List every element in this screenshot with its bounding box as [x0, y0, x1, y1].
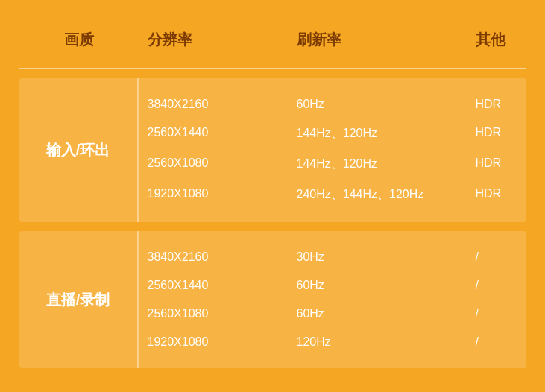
- refresh-cell: 60Hz: [297, 304, 476, 323]
- table-row: 2560X1080 60Hz /: [139, 300, 546, 328]
- refresh-cell: 60Hz: [297, 95, 476, 114]
- other-cell: /: [476, 304, 546, 323]
- res-cell: 1920X1080: [148, 332, 297, 352]
- res-cell: 2560X1440: [148, 123, 297, 145]
- other-cell: HDR: [476, 154, 546, 175]
- refresh-cell: 144Hz、120Hz: [297, 123, 476, 145]
- header-divider: [19, 68, 526, 69]
- refresh-cell: 240Hz、144Hz、120Hz: [297, 184, 476, 206]
- other-cell: HDR: [476, 123, 546, 145]
- res-cell: 2560X1440: [148, 276, 297, 295]
- other-cell: /: [476, 276, 546, 295]
- res-cell: 3840X2160: [148, 95, 297, 114]
- header-resolution: 分辨率: [139, 24, 288, 56]
- section-label-live: 直播/录制: [19, 231, 139, 368]
- header-quality: 画质: [19, 24, 139, 56]
- refresh-cell: 60Hz: [297, 276, 476, 295]
- refresh-cell: 120Hz: [297, 332, 476, 352]
- res-cell: 2560X1080: [148, 304, 297, 323]
- res-cell: 1920X1080: [148, 184, 297, 206]
- section-data-live: 3840X2160 30Hz / 2560X1440 60Hz / 2560X1…: [139, 231, 546, 368]
- table-row: 2560X1440 60Hz /: [139, 271, 546, 300]
- section-label-input: 输入/环出: [19, 78, 139, 222]
- other-cell: HDR: [476, 184, 546, 206]
- header-other: 其他: [467, 24, 546, 56]
- table-row: 3840X2160 60Hz HDR: [139, 90, 546, 118]
- table-row: 2560X1080 144Hz、120Hz HDR: [139, 149, 546, 180]
- table-row: 1920X1080 120Hz /: [139, 328, 546, 356]
- refresh-cell: 144Hz、120Hz: [297, 154, 476, 175]
- res-cell: 3840X2160: [148, 247, 297, 267]
- other-cell: /: [476, 247, 546, 267]
- header-refresh: 刷新率: [288, 24, 467, 56]
- res-cell: 2560X1080: [148, 154, 297, 175]
- table-header: 画质 分辨率 刷新率 其他: [19, 15, 526, 68]
- other-cell: /: [476, 332, 546, 352]
- section-data-input: 3840X2160 60Hz HDR 2560X1440 144Hz、120Hz…: [139, 78, 546, 222]
- table-row: 1920X1080 240Hz、144Hz、120Hz HDR: [139, 180, 546, 210]
- table-row: 2560X1440 144Hz、120Hz HDR: [139, 118, 546, 149]
- other-cell: HDR: [476, 95, 546, 114]
- table-row: 3840X2160 30Hz /: [139, 243, 546, 271]
- table-container: 画质 分辨率 刷新率 其他 输入/环出 3840X2160 60Hz HDR 2…: [19, 15, 526, 377]
- section-livestream: 直播/录制 3840X2160 30Hz / 2560X1440 60Hz / …: [19, 231, 526, 368]
- section-input-output: 输入/环出 3840X2160 60Hz HDR 2560X1440 144Hz…: [19, 78, 526, 222]
- refresh-cell: 30Hz: [297, 247, 476, 267]
